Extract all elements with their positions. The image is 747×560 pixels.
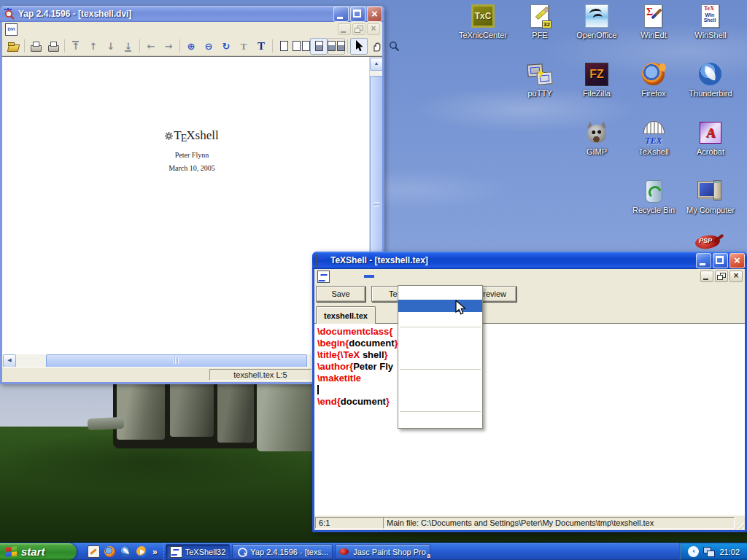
quick-launch-icon[interactable] [117,545,133,559]
desktop-icon[interactable]: GIMP [568,120,625,178]
menu-item[interactable] [53,28,63,31]
back-icon[interactable]: ← [142,38,160,55]
menu-item[interactable] [398,342,482,354]
desktop-icon-label: OpenOffice [576,31,617,40]
menu-item[interactable] [63,28,73,31]
desktop-icon[interactable]: My Computer [682,178,739,236]
network-tray-icon[interactable] [703,547,715,557]
menu-item[interactable] [398,354,482,367]
resize-grip[interactable] [735,521,744,529]
menu-item[interactable] [398,414,482,427]
desktop-icon[interactable]: A Acrobat [682,120,739,178]
menu-item[interactable] [398,330,482,342]
taskbar-window-button[interactable]: TeXShell32 [166,544,231,559]
open-folder-icon[interactable] [4,38,22,55]
start-button[interactable]: start [0,543,77,560]
menu-item[interactable] [398,397,482,409]
scroll-left-button[interactable]: ◀ [3,354,16,368]
menu-item[interactable] [22,28,32,31]
app-icon [120,546,131,557]
desktop-icon[interactable]: Σ WinEdt [625,3,682,61]
close-button[interactable] [729,253,745,268]
menu-item[interactable] [32,28,42,31]
desktop-icon[interactable]: FZ FileZilla [568,61,625,120]
desktop-icon-art [584,120,610,146]
chevron-overflow-icon[interactable]: » [150,548,160,556]
menu-item[interactable] [405,275,415,278]
menu-item[interactable] [364,275,374,278]
yap-titlebar[interactable]: Yap 2.4.1596 - [texshell.dvi] [0,6,384,22]
print-icon[interactable] [27,38,44,55]
hand-tool-icon[interactable] [368,38,385,55]
texshell-titlebar[interactable]: TeXShell - [texshell.tex] [312,252,747,269]
menu-item[interactable] [333,275,344,278]
quick-launch-icon[interactable] [101,545,117,559]
mdi-close-button[interactable] [367,23,380,35]
text-icon[interactable]: T [252,38,270,55]
mdi-restore-button[interactable] [715,271,728,282]
minimize-button[interactable] [696,253,711,268]
menu-item[interactable] [42,28,53,31]
menu-item[interactable] [398,300,482,312]
zoom-in-icon[interactable]: ⊕ [182,38,200,55]
desktop-icon[interactable]: Firefox [625,61,682,120]
scrollbar-thumb[interactable] [46,354,307,368]
bird-icon [593,14,603,22]
menu-item[interactable] [398,287,482,300]
last-page-icon[interactable]: ↓ [120,38,137,55]
text-ruler-icon[interactable]: T [235,38,252,55]
scroll-up-button[interactable]: ▲ [370,58,382,71]
taskbar-window-button[interactable]: 8 Jasc Paint Shop Pro [335,544,430,559]
magnifier-tool-icon[interactable] [385,38,403,55]
code-line: \author{Peter Fly [317,361,742,373]
desktop-icon[interactable]: TeX Win Shell WinShell [682,3,739,61]
menu-item[interactable] [398,372,482,384]
previous-page-icon[interactable]: ↑ [85,38,102,55]
dvi-date: March 10, 2005 [61,164,323,172]
taskbar-window-button[interactable]: Yap 2.4.1596 - [texs... [232,544,333,559]
select-tool-icon[interactable] [350,38,368,55]
menu-item[interactable] [354,275,364,278]
first-page-icon[interactable]: ↑ [67,38,85,55]
menu-item[interactable] [398,312,482,324]
desktop-icon[interactable]: TxC TeXnicCenter [454,3,511,61]
wallpaper-stone [170,384,214,437]
view-single-page-icon[interactable] [275,38,293,55]
view-facing-pages-icon[interactable] [293,38,310,55]
menu-item[interactable] [415,275,425,278]
desktop-icon[interactable]: puTTY [511,61,568,120]
maximize-button[interactable] [350,7,365,22]
quick-launch-icon[interactable] [85,545,101,559]
refresh-icon[interactable]: ↻ [217,38,235,55]
quick-launch-icon[interactable] [133,545,150,559]
maximize-button[interactable] [713,253,728,268]
texshell-editor[interactable]: \documentclass{\begin{document}\title{\T… [314,324,745,516]
view-continuous-icon[interactable] [310,38,328,55]
wallpaper-stone [257,384,315,451]
print-page-icon[interactable] [44,38,62,55]
zoom-out-icon[interactable]: ⊖ [200,38,217,55]
menu-item[interactable] [398,384,482,397]
minimize-button[interactable] [333,7,349,22]
desktop-icon[interactable]: Thunderbird [682,61,739,120]
hide-tray-icons-button[interactable]: ‹ [688,546,699,557]
next-page-icon[interactable]: ↓ [102,38,120,55]
tab-texshell-tex[interactable]: texshell.tex [316,306,376,324]
wallpaper-stone [88,417,125,431]
mdi-close-button[interactable] [729,271,743,282]
desktop-icon[interactable]: Recycle Bin [625,178,682,236]
menu-item[interactable] [384,275,395,278]
desktop-icon[interactable]: OpenOffice [568,3,625,61]
menu-item[interactable] [395,275,405,278]
desktop-icon[interactable]: TEX TeXshell [625,120,682,178]
close-button[interactable] [367,7,382,22]
view-continuous-facing-icon[interactable] [328,38,345,55]
menu-item[interactable] [374,275,384,278]
mdi-minimize-button[interactable] [700,271,713,282]
menu-item[interactable] [344,275,354,278]
mdi-minimize-button[interactable] [338,23,351,35]
forward-icon[interactable]: → [160,38,177,55]
mdi-restore-button[interactable] [352,23,365,35]
desktop-icon[interactable]: 32 PFE [511,3,568,61]
save-button[interactable]: Save [316,286,365,302]
